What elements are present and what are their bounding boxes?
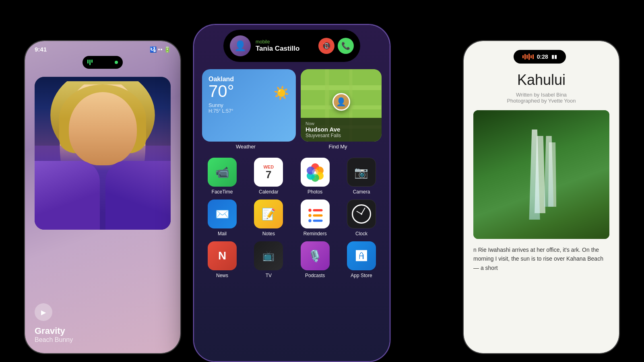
dynamic-island-call: 👤 mobile Tania Castillo 📵 📞	[223, 30, 360, 62]
app-facetime[interactable]: 📹 FaceTime	[202, 158, 242, 195]
app-news[interactable]: N News	[202, 241, 242, 278]
app-grid: 📹 FaceTime WED 7 Calendar	[202, 158, 382, 283]
right-status-bar: 9:41 0:28 ▮▮ 100%	[464, 41, 619, 64]
appstore-label: App Store	[351, 273, 372, 278]
calendar-label: Calendar	[259, 189, 279, 195]
podcasts-icon: 🎙️	[301, 241, 330, 270]
facetime-label: FaceTime	[212, 189, 233, 195]
svg-rect-17	[313, 214, 322, 217]
dynamic-island-timer: 0:28 ▮▮	[514, 50, 566, 64]
appstore-icon: 🅰	[347, 241, 376, 270]
app-row-2: ✉️ Mail 📝 Notes	[202, 200, 382, 237]
left-status-icons: 🛂 🔋	[150, 46, 171, 53]
app-clock[interactable]: Clock	[341, 200, 382, 237]
caller-avatar: 👤	[230, 35, 251, 56]
clock-label: Clock	[355, 231, 367, 237]
svg-point-12	[312, 169, 318, 175]
svg-point-16	[308, 214, 311, 217]
app-notes[interactable]: 📝 Notes	[248, 200, 289, 237]
app-mail[interactable]: ✉️ Mail	[202, 200, 242, 237]
app-tv[interactable]: 📺 TV	[248, 241, 289, 278]
call-action-buttons: 📵 📞	[318, 38, 354, 54]
app-row-1: 📹 FaceTime WED 7 Calendar	[202, 158, 382, 195]
reminders-icon	[301, 200, 330, 228]
app-appstore[interactable]: 🅰 App Store	[341, 241, 382, 278]
article-image	[473, 110, 609, 239]
app-podcasts[interactable]: 🎙️ Podcasts	[295, 241, 335, 278]
tv-label: TV	[266, 273, 272, 278]
findmy-location-info: Now Hudson Ave Stuyvesant Falls	[301, 118, 382, 142]
article-title: Kahului	[473, 72, 609, 88]
findmy-now-label: Now	[305, 121, 377, 126]
left-time: 9:41	[35, 46, 47, 53]
right-phone: 9:41 0:28 ▮▮ 100% Kahului Written by Isa…	[463, 40, 620, 354]
article-text: n Rie Iwahashi arrives at her office, it…	[473, 245, 609, 272]
center-phone: 👤 mobile Tania Castillo 📵 📞 Oakland 70°	[193, 24, 390, 362]
widget-labels: Weather Find My	[202, 144, 382, 150]
findmy-city: Stuyvesant Falls	[305, 133, 377, 138]
findmy-label: Find My	[294, 144, 382, 150]
wifi-icon: 🔋	[164, 46, 171, 53]
artist-name: Beach Bunny	[35, 336, 171, 343]
article-written-by: Written by Isabel Bina Photographed by Y…	[473, 92, 609, 104]
widgets-row: Oakland 70° ☀️ Sunny H:75° L:57°	[202, 69, 382, 142]
app-photos[interactable]: Photos	[295, 158, 335, 195]
music-info: ▶ Gravity Beach Bunny	[35, 303, 171, 343]
app-reminders[interactable]: Reminders	[295, 200, 335, 237]
song-title: Gravity	[35, 326, 171, 336]
camera-label: Camera	[353, 189, 370, 195]
phone-decline-icon: 📵	[322, 41, 331, 50]
timer-display: 0:28	[537, 53, 548, 60]
weather-label: Weather	[202, 144, 289, 150]
left-phone: 9:41 🛂 🔋	[24, 40, 181, 354]
passport-icon: 🛂	[150, 46, 157, 53]
svg-point-14	[308, 209, 311, 212]
location-pin: 👤	[332, 93, 350, 111]
findmy-widget[interactable]: 👤 Now Hudson Ave Stuyvesant Falls	[301, 69, 382, 142]
app-camera[interactable]: 📷 Camera	[341, 158, 382, 195]
podcasts-label: Podcasts	[305, 273, 325, 278]
left-status-bar: 9:41 🛂 🔋	[25, 41, 180, 53]
weather-desc: Sunny	[208, 102, 289, 108]
app-row-3: N News 📺 TV 🎙️ Podcasts	[202, 241, 382, 278]
decline-button[interactable]: 📵	[318, 38, 334, 54]
calendar-date: 7	[266, 169, 271, 180]
photos-icon	[301, 158, 330, 187]
camera-icon: 📷	[347, 158, 376, 187]
svg-rect-1	[301, 85, 382, 90]
album-artwork	[35, 77, 171, 230]
notes-label: Notes	[262, 231, 275, 237]
svg-point-18	[308, 219, 311, 222]
call-type: mobile	[256, 39, 314, 45]
play-button[interactable]: ▶	[35, 303, 52, 321]
weather-range: H:75° L:57°	[208, 108, 289, 114]
clock-icon	[347, 200, 376, 228]
notes-icon: 📝	[254, 200, 283, 228]
battery-icon: ▮▮	[551, 54, 557, 60]
svg-rect-19	[313, 220, 322, 222]
app-calendar[interactable]: WED 7 Calendar	[248, 158, 289, 195]
news-icon: N	[208, 241, 237, 270]
mail-label: Mail	[218, 231, 227, 237]
caller-name: Tania Castillo	[256, 45, 314, 53]
caller-info: mobile Tania Castillo	[256, 39, 314, 53]
weather-widget[interactable]: Oakland 70° ☀️ Sunny H:75° L:57°	[202, 69, 296, 142]
reminders-label: Reminders	[303, 231, 327, 237]
play-icon: ▶	[41, 309, 46, 316]
facetime-icon: 📹	[208, 158, 237, 187]
sun-icon: ☀️	[273, 85, 289, 101]
phone-accept-icon: 📞	[341, 41, 350, 50]
photos-label: Photos	[308, 189, 322, 195]
tv-icon: 📺	[254, 241, 283, 270]
news-label: News	[216, 273, 228, 278]
calendar-icon: WED 7	[254, 158, 283, 187]
accept-button[interactable]: 📞	[338, 38, 354, 54]
signal-dots	[158, 49, 162, 50]
dynamic-island-left	[83, 56, 123, 69]
mail-icon: ✉️	[208, 200, 237, 228]
article-content: Kahului Written by Isabel Bina Photograp…	[464, 64, 619, 280]
waveform-icon	[522, 53, 534, 60]
svg-rect-15	[313, 209, 322, 212]
findmy-street: Hudson Ave	[305, 126, 377, 133]
